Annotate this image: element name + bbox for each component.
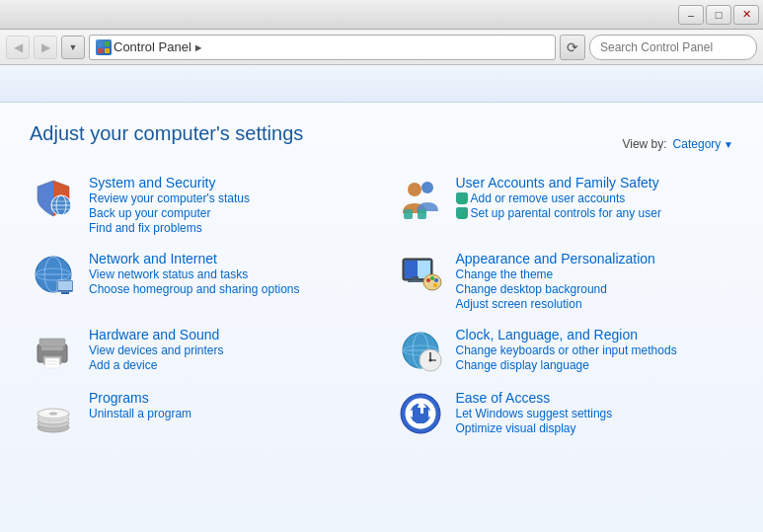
user-accounts-title[interactable]: User Accounts and Family Safety bbox=[456, 175, 661, 190]
programs-icon bbox=[30, 390, 77, 437]
close-button[interactable]: ✕ bbox=[733, 5, 759, 25]
svg-rect-34 bbox=[39, 339, 65, 346]
svg-rect-0 bbox=[98, 41, 103, 46]
shield-icon-1 bbox=[456, 192, 468, 204]
svg-rect-3 bbox=[105, 48, 110, 53]
hardware-title[interactable]: Hardware and Sound bbox=[89, 327, 224, 342]
shield-icon-2 bbox=[456, 207, 468, 219]
ease-of-access-title[interactable]: Ease of Access bbox=[456, 390, 613, 406]
search-input[interactable] bbox=[589, 35, 757, 60]
user-accounts-content: User Accounts and Family Safety Add or r… bbox=[456, 175, 661, 220]
control-panel-icon bbox=[96, 39, 112, 55]
category-hardware: Hardware and Sound View devices and prin… bbox=[30, 327, 367, 374]
clock-title[interactable]: Clock, Language, and Region bbox=[456, 327, 677, 342]
breadcrumb-root[interactable]: Control Panel bbox=[114, 39, 191, 54]
user-accounts-link-1[interactable]: Add or remove user accounts bbox=[456, 191, 661, 205]
clock-link-1[interactable]: Change keyboards or other input methods bbox=[456, 343, 677, 357]
ease-of-access-icon bbox=[397, 390, 444, 437]
viewby-label: View by: bbox=[622, 137, 666, 151]
clock-content: Clock, Language, and Region Change keybo… bbox=[456, 327, 677, 372]
category-system-security: System and Security Review your computer… bbox=[30, 175, 367, 235]
category-user-accounts: User Accounts and Family Safety Add or r… bbox=[397, 175, 734, 235]
svg-rect-12 bbox=[418, 209, 426, 219]
ease-of-access-link-1[interactable]: Let Windows suggest settings bbox=[456, 407, 613, 420]
svg-rect-24 bbox=[408, 280, 423, 282]
clock-link-2[interactable]: Change display language bbox=[456, 358, 677, 372]
svg-rect-2 bbox=[98, 48, 103, 53]
back-button[interactable]: ◀ bbox=[6, 36, 30, 59]
viewby-container: View by: Category bbox=[622, 137, 733, 151]
system-security-link-2[interactable]: Back up your computer bbox=[89, 206, 250, 220]
category-appearance: Appearance and Personalization Change th… bbox=[397, 251, 734, 311]
refresh-button[interactable]: ⟳ bbox=[560, 35, 585, 60]
svg-point-10 bbox=[421, 182, 433, 193]
svg-point-30 bbox=[427, 283, 433, 289]
appearance-link-3[interactable]: Adjust screen resolution bbox=[456, 297, 655, 311]
viewby-dropdown[interactable]: Category bbox=[673, 137, 733, 151]
svg-point-28 bbox=[434, 278, 438, 282]
network-content: Network and Internet View network status… bbox=[89, 251, 299, 296]
window-controls: – □ ✕ bbox=[678, 5, 759, 25]
svg-rect-1 bbox=[105, 41, 110, 46]
svg-rect-35 bbox=[45, 358, 59, 368]
clock-icon bbox=[397, 327, 444, 374]
breadcrumb-separator: ► bbox=[193, 41, 204, 53]
ease-of-access-content: Ease of Access Let Windows suggest setti… bbox=[456, 390, 613, 435]
svg-rect-11 bbox=[404, 209, 413, 219]
user-accounts-link-2[interactable]: Set up parental controls for any user bbox=[456, 206, 661, 220]
appearance-link-2[interactable]: Change desktop background bbox=[456, 282, 655, 296]
svg-point-27 bbox=[430, 276, 434, 280]
forward-button[interactable]: ▶ bbox=[34, 36, 57, 59]
programs-title[interactable]: Programs bbox=[89, 390, 191, 406]
categories-grid: System and Security Review your computer… bbox=[30, 175, 733, 437]
ease-of-access-link-2[interactable]: Optimize visual display bbox=[456, 421, 613, 435]
svg-rect-22 bbox=[405, 261, 418, 278]
title-bar: – □ ✕ bbox=[0, 0, 763, 30]
hardware-link-1[interactable]: View devices and printers bbox=[89, 343, 224, 357]
main-content: Adjust your computer's settings View by:… bbox=[0, 103, 763, 532]
hardware-content: Hardware and Sound View devices and prin… bbox=[89, 327, 224, 372]
category-programs: Programs Uninstall a program bbox=[30, 390, 367, 437]
toolbar bbox=[0, 65, 763, 103]
viewby-row: Adjust your computer's settings View by:… bbox=[30, 122, 733, 165]
category-clock: Clock, Language, and Region Change keybo… bbox=[397, 327, 734, 374]
svg-rect-32 bbox=[41, 346, 63, 350]
system-security-title[interactable]: System and Security bbox=[89, 175, 250, 190]
appearance-content: Appearance and Personalization Change th… bbox=[456, 251, 655, 311]
hardware-link-2[interactable]: Add a device bbox=[89, 358, 224, 372]
svg-rect-19 bbox=[61, 292, 69, 294]
appearance-title[interactable]: Appearance and Personalization bbox=[456, 251, 655, 266]
recent-button[interactable]: ▼ bbox=[61, 36, 85, 59]
svg-point-29 bbox=[433, 283, 437, 287]
network-link-2[interactable]: Choose homegroup and sharing options bbox=[89, 282, 299, 296]
network-link-1[interactable]: View network status and tasks bbox=[89, 267, 299, 281]
minimize-button[interactable]: – bbox=[678, 5, 704, 25]
appearance-icon bbox=[397, 251, 444, 298]
svg-rect-23 bbox=[413, 276, 419, 280]
user-accounts-icon bbox=[397, 175, 444, 222]
system-security-content: System and Security Review your computer… bbox=[89, 175, 250, 235]
svg-rect-18 bbox=[58, 281, 72, 290]
svg-point-26 bbox=[426, 278, 430, 282]
category-ease-of-access: Ease of Access Let Windows suggest setti… bbox=[397, 390, 734, 437]
page-title: Adjust your computer's settings bbox=[30, 122, 303, 145]
programs-content: Programs Uninstall a program bbox=[89, 390, 191, 420]
network-icon bbox=[30, 251, 77, 298]
breadcrumb-bar: Control Panel ► bbox=[89, 35, 556, 60]
system-security-icon bbox=[30, 175, 77, 222]
svg-point-51 bbox=[49, 413, 57, 416]
appearance-link-1[interactable]: Change the theme bbox=[456, 267, 655, 281]
svg-point-9 bbox=[408, 183, 421, 196]
hardware-icon bbox=[30, 327, 77, 374]
network-title[interactable]: Network and Internet bbox=[89, 251, 299, 266]
maximize-button[interactable]: □ bbox=[706, 5, 731, 25]
programs-link-1[interactable]: Uninstall a program bbox=[89, 407, 191, 420]
category-network: Network and Internet View network status… bbox=[30, 251, 367, 311]
address-bar: ◀ ▶ ▼ Control Panel ► ⟳ bbox=[0, 30, 763, 65]
system-security-link-3[interactable]: Find and fix problems bbox=[89, 221, 250, 235]
system-security-link-1[interactable]: Review your computer's status bbox=[89, 191, 250, 205]
